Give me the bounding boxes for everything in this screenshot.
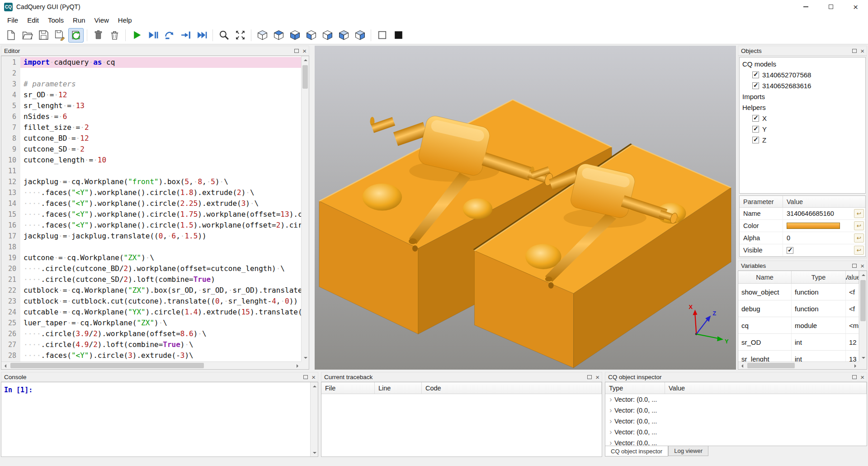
editor-hscrollbar[interactable] [1,361,301,369]
expand-chevron-icon[interactable]: › [607,439,614,446]
close-button[interactable]: × [843,0,868,14]
splitter-editor-viewport[interactable] [309,46,315,370]
scroll-up-icon[interactable] [311,382,318,390]
checkbox[interactable] [787,247,793,254]
code-line[interactable]: 23cutblock·=·cutblock.cut(cutcone).trans… [1,296,301,307]
maximize-button[interactable] [818,0,843,14]
close-panel-icon[interactable]: × [302,48,307,54]
variable-row-sr_od[interactable]: sr_ODint12 [738,334,859,351]
menu-help[interactable]: Help [113,14,137,26]
property-value[interactable] [783,247,854,254]
reset-property-button[interactable]: ↩ [854,246,864,255]
view-right-button[interactable] [352,28,368,43]
tree-item-z[interactable]: Z [740,134,865,145]
code-line[interactable]: 21····.circle(cutcone_SD/2).loft(combine… [1,274,301,285]
float-panel-icon[interactable] [294,49,299,53]
step-into-button[interactable] [178,28,193,43]
code-line[interactable]: 8cutcone_BD·=·12 [1,133,301,144]
expand-chevron-icon[interactable]: › [607,428,614,436]
code-line[interactable]: 17jackplug·=·jackplug.translate((0,·6,·1… [1,231,301,242]
code-line[interactable]: 7fillet_size·=·2 [1,122,301,133]
code-line[interactable]: 9cutcone_SD·=·2 [1,144,301,155]
color-swatch[interactable] [787,223,840,229]
variable-row-show_object[interactable]: show_objectfunction<f [738,284,859,300]
continue-button[interactable] [194,28,209,43]
view-front-button[interactable] [303,28,319,43]
checkbox[interactable] [752,82,759,89]
property-value[interactable]: 3140646685160 [783,210,854,217]
expand-chevron-icon[interactable]: › [607,418,614,425]
float-panel-icon[interactable] [852,264,857,268]
expand-chevron-icon[interactable]: › [607,396,614,403]
close-panel-icon[interactable]: × [311,374,316,380]
menu-tools[interactable]: Tools [43,14,68,26]
code-line[interactable]: 16····.faces("<Y").workplane().circle(1.… [1,220,301,231]
variable-row-debug[interactable]: debugfunction<f [738,300,859,317]
tree-item-x[interactable]: X [740,113,865,124]
tab-cq-object-inspector[interactable]: CQ object inspector [605,446,668,456]
console-prompt[interactable]: In [1]: [1,382,310,456]
menu-file[interactable]: File [3,14,23,26]
scroll-up-icon[interactable] [302,56,309,64]
close-panel-icon[interactable]: × [860,262,864,269]
variables-vscroll-thumb[interactable] [860,280,866,321]
variable-row-sr_lenght[interactable]: sr_lenghtint13 [738,351,859,361]
console-vscrollbar[interactable] [310,382,318,456]
code-line[interactable]: 22cutblock·=·cq.Workplane("ZX").box(sr_O… [1,285,301,296]
autoreload-button[interactable] [68,28,84,43]
code-line[interactable]: 26····.circle(3.9/2).workplane(offset=8.… [1,328,301,339]
editor-code[interactable]: 1import·cadquery·as·cq23# parameters4sr_… [1,56,301,361]
checkbox[interactable] [752,115,759,122]
debug-button[interactable] [145,28,160,43]
code-line[interactable]: 2 [1,68,301,79]
fit-all-button[interactable] [232,28,248,43]
save-button[interactable] [36,28,51,43]
tree-item-3140652683616[interactable]: 3140652683616 [740,80,865,91]
expand-chevron-icon[interactable]: › [607,407,614,414]
scroll-down-icon[interactable] [302,354,309,361]
code-line[interactable]: 6nSides·=·6 [1,111,301,122]
open-button[interactable] [19,28,35,43]
view-iso-button[interactable] [255,28,270,43]
menu-run[interactable]: Run [68,14,90,26]
scroll-down-icon[interactable] [859,354,867,361]
save-as-button[interactable] [52,28,67,43]
checkbox[interactable] [752,126,759,133]
code-line[interactable]: 13····.faces("<Y").workplane().circle(1.… [1,187,301,198]
code-line[interactable]: 27····.circle(4.9/2).loft(combine=True)·… [1,339,301,350]
scroll-down-icon[interactable] [311,449,318,456]
property-value[interactable]: 0 [783,234,854,242]
float-panel-icon[interactable] [587,375,592,379]
variables-hscrollbar[interactable] [738,361,859,369]
property-value[interactable] [783,223,854,229]
code-line[interactable]: 25luer_taper·=·cq.Workplane("ZX")·\ [1,318,301,328]
code-line[interactable]: 20····.circle(cutcone_BD/2).workplane(of… [1,263,301,274]
new-button[interactable] [3,28,19,43]
code-line[interactable]: 12jackplug·=·cq.Workplane("front").box(5… [1,176,301,187]
reset-property-button[interactable]: ↩ [854,233,864,243]
tree-item-cq-models[interactable]: CQ models [740,58,865,69]
tab-log-viewer[interactable]: Log viewer [668,446,708,456]
view-left-button[interactable] [336,28,351,43]
clean-button[interactable] [90,28,106,43]
reset-property-button[interactable]: ↩ [854,221,864,230]
variables-vscrollbar[interactable] [859,271,867,361]
zoom-fit-button[interactable] [216,28,231,43]
code-line[interactable]: 28····.faces("<Y").circle(3).extrude(-3)… [1,350,301,361]
code-line[interactable]: 11 [1,166,301,176]
inspector-row[interactable]: ›Vector: (0.0, ... [605,427,867,437]
step-button[interactable] [161,28,177,43]
checkbox[interactable] [752,137,759,143]
editor-hscroll-thumb[interactable] [10,363,204,368]
delete-button[interactable] [107,28,122,43]
render-button[interactable] [129,28,144,43]
code-line[interactable]: 19cutcone·=·cq.Workplane("ZX")·\ [1,252,301,263]
view-back-button[interactable] [320,28,335,43]
variables-hscroll-thumb[interactable] [747,363,795,368]
inspector-row[interactable]: ›Vector: (0.0, ... [605,394,867,405]
viewport-3d[interactable]: X Z Y [315,46,736,370]
close-panel-icon[interactable]: × [860,48,864,54]
minimize-button[interactable] [793,0,818,14]
checkbox[interactable] [752,71,759,78]
tree-item-helpers[interactable]: Helpers [740,102,865,113]
